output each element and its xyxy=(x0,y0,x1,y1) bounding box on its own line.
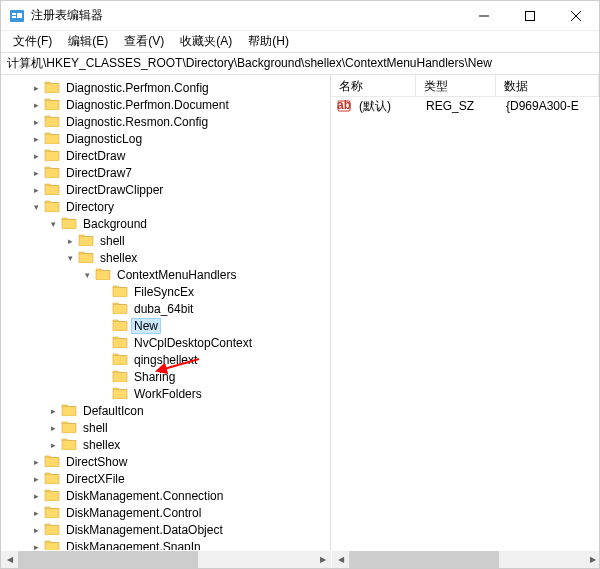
tree-item[interactable]: ▸DiskManagement.Control xyxy=(1,504,330,521)
tree-item-label: shell xyxy=(98,234,127,248)
chevron-right-icon[interactable]: ▸ xyxy=(46,406,60,416)
tree-item[interactable]: ▸WorkFolders xyxy=(1,385,330,402)
tree-item-label: DefaultIcon xyxy=(81,404,146,418)
tree-item-label: qingshellext xyxy=(132,353,199,367)
tree-item[interactable]: ▸NvCplDesktopContext xyxy=(1,334,330,351)
tree-item[interactable]: ▾Background xyxy=(1,215,330,232)
tree-item[interactable]: ▾shellex xyxy=(1,249,330,266)
tree-item[interactable]: ▸FileSyncEx xyxy=(1,283,330,300)
folder-icon xyxy=(111,369,132,385)
chevron-right-icon[interactable]: ▸ xyxy=(29,151,43,161)
tree-item[interactable]: ▸DiskManagement.SnapIn xyxy=(1,538,330,550)
cell-data: {D969A300-E xyxy=(498,99,599,113)
tree-item-label: DirectXFile xyxy=(64,472,127,486)
svg-rect-3 xyxy=(17,13,22,18)
cell-name: (默认) xyxy=(351,98,418,115)
tree-item-label: WorkFolders xyxy=(132,387,204,401)
menu-file[interactable]: 文件(F) xyxy=(5,31,60,52)
folder-icon xyxy=(43,80,64,96)
minimize-button[interactable] xyxy=(461,1,507,31)
chevron-down-icon[interactable]: ▾ xyxy=(80,270,94,280)
chevron-right-icon[interactable]: ▸ xyxy=(29,83,43,93)
tree-item-label: Diagnostic.Perfmon.Config xyxy=(64,81,211,95)
tree-item[interactable]: ▸DiskManagement.DataObject xyxy=(1,521,330,538)
folder-icon xyxy=(43,182,64,198)
tree-item[interactable]: ▸DirectDraw xyxy=(1,147,330,164)
tree-item[interactable]: ▸Sharing xyxy=(1,368,330,385)
chevron-right-icon[interactable]: ▸ xyxy=(29,474,43,484)
chevron-down-icon[interactable]: ▾ xyxy=(46,219,60,229)
svg-rect-1 xyxy=(12,13,16,15)
tree-item[interactable]: ▸DiskManagement.Connection xyxy=(1,487,330,504)
menubar: 文件(F) 编辑(E) 查看(V) 收藏夹(A) 帮助(H) xyxy=(1,31,599,53)
tree-item-label: DiskManagement.DataObject xyxy=(64,523,225,537)
tree-item[interactable]: ▸shellex xyxy=(1,436,330,453)
chevron-down-icon[interactable]: ▾ xyxy=(63,253,77,263)
chevron-right-icon[interactable]: ▸ xyxy=(29,542,43,551)
list-horizontal-scrollbar[interactable]: ◀ ▶ xyxy=(332,551,600,568)
menu-view[interactable]: 查看(V) xyxy=(116,31,172,52)
tree-item-label: DiskManagement.Control xyxy=(64,506,203,520)
tree-item[interactable]: ▸DirectXFile xyxy=(1,470,330,487)
column-name[interactable]: 名称 xyxy=(331,75,416,96)
list-row[interactable]: ab(默认)REG_SZ{D969A300-E xyxy=(331,97,599,115)
tree-item-label: NvCplDesktopContext xyxy=(132,336,254,350)
folder-icon xyxy=(111,318,132,334)
tree-item[interactable]: ▸Diagnostic.Perfmon.Config xyxy=(1,79,330,96)
chevron-right-icon[interactable]: ▸ xyxy=(63,236,77,246)
tree-item[interactable]: ▸Diagnostic.Perfmon.Document xyxy=(1,96,330,113)
chevron-right-icon[interactable]: ▸ xyxy=(29,134,43,144)
tree-item[interactable]: ▸shell xyxy=(1,419,330,436)
tree-item-label: New xyxy=(132,319,160,333)
chevron-right-icon[interactable]: ▸ xyxy=(29,508,43,518)
chevron-right-icon[interactable]: ▸ xyxy=(29,525,43,535)
tree-item-label: DirectDraw xyxy=(64,149,127,163)
menu-edit[interactable]: 编辑(E) xyxy=(60,31,116,52)
tree-item[interactable]: ▸New xyxy=(1,317,330,334)
tree-item[interactable]: ▸qingshellext xyxy=(1,351,330,368)
tree-item[interactable]: ▾Directory xyxy=(1,198,330,215)
tree-pane[interactable]: ▸Diagnostic.Perfmon.Config▸Diagnostic.Pe… xyxy=(1,75,331,550)
folder-icon xyxy=(43,539,64,551)
column-data[interactable]: 数据 xyxy=(496,75,599,96)
chevron-right-icon[interactable]: ▸ xyxy=(29,100,43,110)
tree-item-label: DirectDrawClipper xyxy=(64,183,165,197)
chevron-right-icon[interactable]: ▸ xyxy=(29,117,43,127)
tree-item[interactable]: ▾ContextMenuHandlers xyxy=(1,266,330,283)
chevron-right-icon[interactable]: ▸ xyxy=(29,457,43,467)
scroll-right-icon[interactable]: ▶ xyxy=(314,551,331,568)
tree-item[interactable]: ▸duba_64bit xyxy=(1,300,330,317)
chevron-down-icon[interactable]: ▾ xyxy=(29,202,43,212)
scroll-thumb[interactable] xyxy=(349,551,499,568)
tree-item-label: Directory xyxy=(64,200,116,214)
tree-item-label: Diagnostic.Perfmon.Document xyxy=(64,98,231,112)
chevron-right-icon[interactable]: ▸ xyxy=(29,168,43,178)
tree-horizontal-scrollbar[interactable]: ◀ ▶ xyxy=(1,551,331,568)
scroll-thumb[interactable] xyxy=(18,551,198,568)
chevron-right-icon[interactable]: ▸ xyxy=(46,440,60,450)
tree-item[interactable]: ▸DirectDrawClipper xyxy=(1,181,330,198)
scroll-right-icon[interactable]: ▶ xyxy=(584,551,600,568)
tree-item[interactable]: ▸Diagnostic.Resmon.Config xyxy=(1,113,330,130)
tree-item-label: FileSyncEx xyxy=(132,285,196,299)
folder-icon xyxy=(60,216,81,232)
tree-item[interactable]: ▸shell xyxy=(1,232,330,249)
maximize-button[interactable] xyxy=(507,1,553,31)
column-type[interactable]: 类型 xyxy=(416,75,496,96)
menu-help[interactable]: 帮助(H) xyxy=(240,31,297,52)
menu-favorites[interactable]: 收藏夹(A) xyxy=(172,31,240,52)
chevron-right-icon[interactable]: ▸ xyxy=(29,491,43,501)
tree-item[interactable]: ▸DiagnosticLog xyxy=(1,130,330,147)
close-button[interactable] xyxy=(553,1,599,31)
folder-icon xyxy=(43,454,64,470)
tree-item[interactable]: ▸DirectDraw7 xyxy=(1,164,330,181)
string-value-icon: ab xyxy=(337,99,351,113)
tree-item[interactable]: ▸DirectShow xyxy=(1,453,330,470)
tree-item[interactable]: ▸DefaultIcon xyxy=(1,402,330,419)
chevron-right-icon[interactable]: ▸ xyxy=(29,185,43,195)
scroll-left-icon[interactable]: ◀ xyxy=(332,551,349,568)
chevron-right-icon[interactable]: ▸ xyxy=(46,423,60,433)
scroll-left-icon[interactable]: ◀ xyxy=(1,551,18,568)
address-bar[interactable]: 计算机\HKEY_CLASSES_ROOT\Directory\Backgrou… xyxy=(1,53,599,75)
list-pane[interactable]: 名称 类型 数据 ab(默认)REG_SZ{D969A300-E xyxy=(331,75,599,550)
